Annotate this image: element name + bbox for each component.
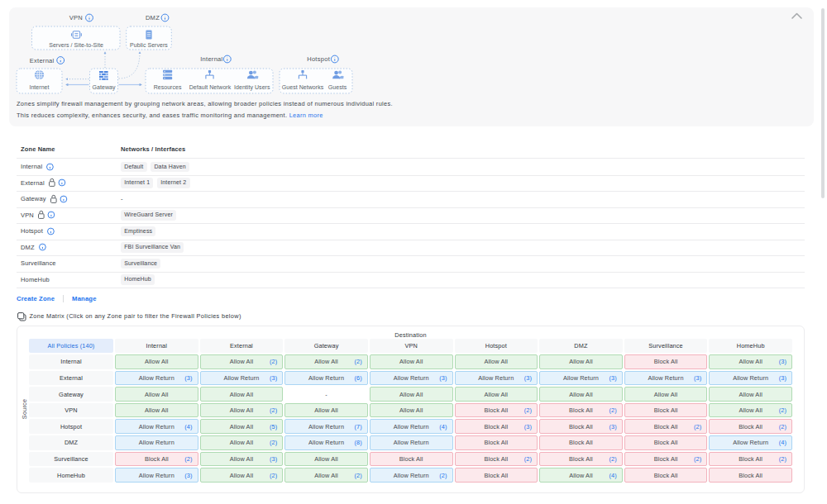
svg-text:Resources: Resources <box>154 84 182 90</box>
svg-text:Identity Users: Identity Users <box>234 84 270 91</box>
svg-text:Internet: Internet <box>29 84 49 90</box>
svg-text:Hotspot: Hotspot <box>307 55 330 63</box>
svg-text:Servers / Site-to-Site: Servers / Site-to-Site <box>49 42 103 48</box>
svg-text:Default Network: Default Network <box>189 84 232 90</box>
svg-text:Guests: Guests <box>328 84 347 90</box>
svg-text:DMZ: DMZ <box>146 14 160 21</box>
svg-text:Gateway: Gateway <box>93 84 116 91</box>
svg-text:Internal: Internal <box>200 55 222 63</box>
svg-text:VPN: VPN <box>69 14 83 21</box>
svg-text:Public Servers: Public Servers <box>130 42 168 48</box>
svg-text:Guest Networks: Guest Networks <box>282 84 324 90</box>
svg-text:External: External <box>30 57 55 64</box>
